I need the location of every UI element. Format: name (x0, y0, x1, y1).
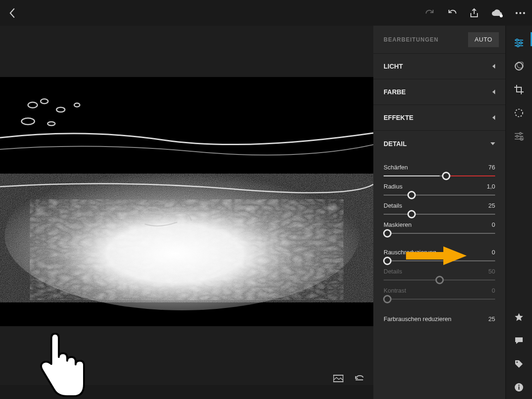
svg-point-0 (500, 14, 503, 17)
section-label: DETAIL (384, 140, 407, 147)
collapse-icon (492, 115, 495, 120)
slider-value: 0 (492, 221, 495, 228)
canvas-area (0, 26, 373, 385)
section-licht[interactable]: LICHT (373, 54, 505, 79)
expand-icon (490, 142, 495, 145)
reset-icon[interactable] (354, 375, 365, 382)
svg-point-23 (515, 63, 523, 70)
slider-rauschreduzierung[interactable]: Rauschreduzierung0 (384, 249, 495, 261)
redo-icon[interactable] (425, 8, 435, 18)
tool-adjust-icon[interactable] (506, 31, 532, 55)
slider-handle[interactable] (383, 257, 392, 265)
slider-details[interactable]: Details25 (384, 202, 495, 215)
svg-rect-35 (518, 386, 519, 390)
svg-point-30 (516, 135, 518, 137)
slider-value: 0 (492, 249, 495, 256)
svg-point-29 (519, 133, 521, 134)
svg-point-25 (515, 109, 523, 117)
slider-label: Radius (384, 183, 402, 190)
auto-button[interactable]: AUTO (468, 32, 499, 47)
slider-details-2: Details50 (384, 268, 495, 280)
collapse-icon (492, 90, 495, 94)
undo-icon[interactable] (447, 8, 457, 18)
tool-radial-icon[interactable] (506, 101, 532, 125)
slider-value: 25 (489, 202, 495, 209)
section-label: EFFEKTE (384, 114, 413, 121)
section-effekte[interactable]: EFFEKTE (373, 105, 505, 131)
cloud-sync-icon[interactable] (491, 8, 503, 18)
slider-radius[interactable]: Radius1,0 (384, 183, 495, 196)
slider-label: Farbrauschen reduzieren (384, 315, 451, 322)
back-icon[interactable] (8, 8, 16, 18)
svg-point-31 (520, 138, 522, 140)
more-icon[interactable] (515, 12, 525, 14)
slider-handle[interactable] (383, 229, 392, 238)
tool-presets-icon[interactable] (506, 55, 532, 78)
slider-handle (435, 276, 444, 284)
slider-kontrast: Kontrast0 (384, 287, 495, 300)
slider-value: 25 (489, 315, 495, 322)
tool-local-icon[interactable] (506, 125, 532, 148)
slider-value: 1,0 (487, 183, 495, 190)
slider-value: 0 (492, 287, 495, 294)
share-icon[interactable] (469, 8, 479, 18)
slider-maskieren[interactable]: Maskieren0 (384, 221, 495, 234)
edit-panel: BEARBEITUNGEN AUTO LICHT FARBE EFFEKTE D… (373, 26, 506, 399)
slider-value: 76 (489, 164, 495, 171)
tool-info-icon[interactable] (506, 376, 532, 399)
slider-label: Maskieren (384, 221, 412, 228)
svg-point-2 (519, 12, 521, 14)
svg-point-20 (516, 39, 518, 42)
tool-comment-icon[interactable] (506, 329, 532, 352)
touch-hand-illustration (36, 329, 88, 399)
slider-label: Schärfen (384, 164, 408, 171)
svg-point-3 (523, 12, 525, 14)
slider-handle[interactable] (442, 172, 450, 180)
slider-label: Kontrast (384, 287, 406, 294)
section-detail[interactable]: DETAIL (373, 131, 505, 156)
tool-star-icon[interactable] (506, 306, 532, 329)
svg-point-22 (517, 45, 519, 47)
detail-sliders: Schärfen76 Radius1,0 Details25 Maskieren… (373, 156, 505, 308)
slider-value: 50 (489, 268, 495, 275)
tool-crop-icon[interactable] (506, 78, 532, 101)
svg-point-36 (518, 385, 520, 386)
svg-rect-16 (333, 381, 343, 382)
svg-rect-15 (333, 375, 343, 376)
section-farbe[interactable]: FARBE (373, 79, 505, 105)
slider-handle[interactable] (407, 210, 416, 218)
svg-point-33 (517, 362, 518, 363)
tool-tag-icon[interactable] (506, 352, 532, 376)
slider-label: Rauschreduzierung (384, 249, 436, 256)
tool-rail (506, 26, 532, 399)
collapse-icon (492, 64, 495, 69)
image-preview[interactable] (0, 77, 373, 326)
svg-rect-13 (56, 208, 317, 292)
slider-label: Details (384, 268, 402, 275)
panel-title: BEARBEITUNGEN (384, 36, 439, 43)
slider-label: Details (384, 202, 402, 209)
svg-point-21 (520, 42, 522, 44)
slider-schaerfen[interactable]: Schärfen76 (384, 164, 495, 176)
slider-handle (383, 295, 392, 303)
section-label: FARBE (384, 88, 406, 96)
svg-point-1 (516, 12, 518, 14)
filmstrip-icon[interactable] (333, 375, 343, 382)
section-label: LICHT (384, 63, 403, 70)
slider-handle[interactable] (407, 191, 416, 199)
slider-farbrauschen[interactable]: Farbrauschen reduzieren 25 (373, 308, 505, 322)
